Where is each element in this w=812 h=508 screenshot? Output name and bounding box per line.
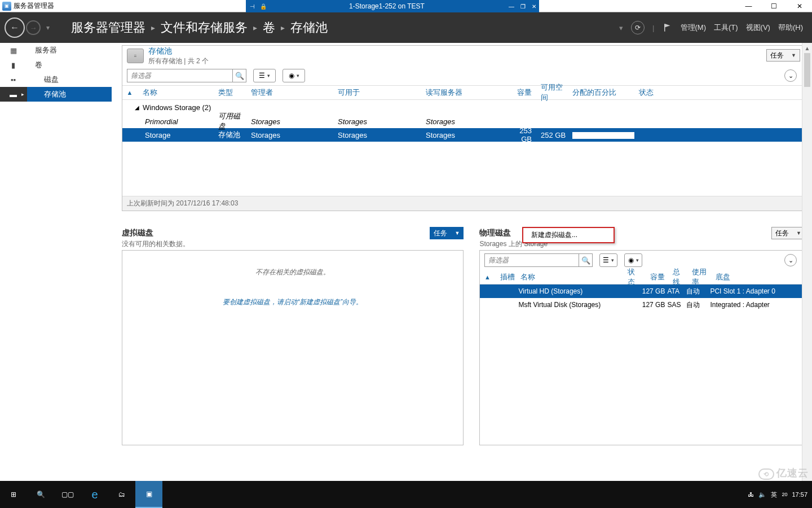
nav-bar: ← → ▾ 服务器管理器▸ 文件和存储服务▸ 卷▸ 存储池 ▾ ⟳ | 管理(M… — [0, 12, 812, 43]
col-free[interactable]: 可用空间 — [535, 82, 567, 103]
watermark: ⟲亿速云 — [758, 466, 809, 480]
pools-row-storage[interactable]: Storage 存储池 Storages Storages Storages 2… — [122, 128, 805, 142]
taskview-icon[interactable]: ▢▢ — [54, 481, 81, 508]
crumb-1[interactable]: 文件和存储服务 — [161, 19, 248, 36]
notifications-flag-icon[interactable] — [663, 23, 673, 33]
outer-max-button[interactable]: ☐ — [761, 0, 787, 12]
sidebar-item-volumes[interactable]: 卷 — [27, 58, 112, 72]
sort-icon[interactable]: ▲ — [122, 89, 137, 96]
menu-manage[interactable]: 管理(M) — [681, 23, 707, 33]
menu-new-vdisk[interactable]: 新建虚拟磁盘... — [523, 228, 614, 242]
vdisks-empty-msg2[interactable]: 要创建虚拟磁盘，请启动“新建虚拟磁盘”向导。 — [223, 297, 363, 307]
close-icon[interactable]: ✕ — [529, 1, 539, 11]
pools-group-button[interactable]: ◉ ▾ — [283, 69, 305, 82]
min-icon[interactable]: — — [506, 1, 517, 11]
pools-tasks-button[interactable]: 任务▼ — [766, 49, 800, 62]
nav-history-dropdown[interactable]: ▾ — [46, 24, 50, 32]
tray-volume-icon[interactable]: 🔈 — [758, 491, 766, 498]
pdisks-filter-box[interactable]: 🔍 — [484, 253, 593, 267]
col-type[interactable]: 类型 — [213, 87, 245, 98]
pools-footnote: 上次刷新时间为 2017/12/16 17:48:03 — [122, 196, 805, 211]
search-icon[interactable]: 🔍 — [232, 69, 246, 82]
pcol-chas[interactable]: 底盘 — [710, 272, 783, 282]
vdisks-empty-box: 不存在相关的虚拟磁盘。 要创建虚拟磁盘，请启动“新建虚拟磁盘”向导。 — [122, 250, 464, 445]
taskbar: ⊞ 🔍 ▢▢ e 🗂 ▣ 🖧 🔈 英 20 17:57 — [0, 481, 812, 508]
col-rw[interactable]: 读写服务器 — [420, 87, 508, 98]
rail-dashboard-icon[interactable]: ▦ — [0, 43, 27, 58]
vdisks-empty-msg1: 不存在相关的虚拟磁盘。 — [255, 268, 330, 277]
vdisks-title: 虚拟磁盘 — [122, 228, 464, 238]
lock-icon[interactable]: 🔒 — [258, 1, 268, 11]
refresh-icon[interactable]: ⟳ — [631, 21, 645, 34]
sidebar-item-servers[interactable]: 服务器 — [27, 43, 112, 58]
rail-local-icon[interactable]: ▮ — [0, 58, 27, 72]
outer-close-button[interactable]: ✕ — [787, 0, 812, 12]
pdisk-row-0[interactable]: Virtual HD (Storages) 127 GB ATA 自动 PCI … — [480, 284, 805, 298]
sidebar-item-pools[interactable]: 存储池 — [27, 87, 112, 102]
sidebar-item-disks[interactable]: 磁盘 — [27, 72, 112, 87]
pdisks-tasks-button[interactable]: 任务▼ — [771, 227, 805, 239]
pools-filter-box[interactable]: 🔍 — [127, 69, 246, 82]
pools-panel: ≡ 存储池 所有存储池 | 共 2 个 任务▼ 🔍 ☰ ▾ ◉ ▾ ⌄ ▲ — [122, 45, 805, 211]
taskbar-search-icon[interactable]: 🔍 — [27, 481, 54, 508]
col-avail[interactable]: 可用于 — [332, 87, 420, 98]
nav-dropdown-icon[interactable]: ▾ — [619, 24, 623, 32]
col-name[interactable]: 名称 — [137, 87, 213, 98]
pdisks-view-button[interactable]: ☰▾ — [599, 253, 617, 267]
pin-icon[interactable]: ⊣ — [247, 1, 257, 11]
content: ≡ 存储池 所有存储池 | 共 2 个 任务▼ 🔍 ☰ ▾ ◉ ▾ ⌄ ▲ — [112, 43, 812, 481]
pcol-stat[interactable]: 状态 — [622, 267, 639, 287]
outer-window-controls: — ☐ ✕ — [736, 0, 812, 12]
ime-num[interactable]: 20 — [782, 492, 787, 497]
content-scrollbar[interactable]: ▲ — [802, 43, 812, 481]
vdisks-tasks-button[interactable]: 任务▼ — [430, 227, 464, 239]
crumb-2[interactable]: 卷 — [263, 19, 275, 36]
pcol-name[interactable]: 名称 — [515, 272, 622, 282]
nav-forward-button[interactable]: → — [26, 20, 41, 35]
explorer-icon[interactable]: 🗂 — [108, 481, 135, 508]
nav-back-button[interactable]: ← — [5, 17, 25, 38]
col-cap[interactable]: 容量 — [508, 87, 535, 98]
col-stat[interactable]: 状态 — [633, 87, 678, 98]
col-mgr[interactable]: 管理者 — [245, 87, 332, 98]
pools-expand-button[interactable]: ⌄ — [784, 69, 797, 82]
pcol-bus[interactable]: 总线 — [667, 267, 686, 287]
pools-view-button[interactable]: ☰ ▾ — [253, 69, 276, 82]
restore-icon[interactable]: ❐ — [518, 1, 528, 11]
crumb-root[interactable]: 服务器管理器 — [71, 19, 145, 36]
pcol-cap[interactable]: 容量 — [639, 272, 667, 282]
ie-icon[interactable]: e — [81, 481, 108, 508]
pdisks-expand-button[interactable]: ⌄ — [784, 254, 797, 266]
col-pct[interactable]: 分配的百分比 — [567, 87, 633, 98]
pcol-slot[interactable]: 插槽 — [495, 272, 515, 282]
start-button[interactable]: ⊞ — [0, 481, 27, 508]
pools-row-primordial[interactable]: Primordial 可用磁盘 Storages Storages Storag… — [122, 115, 805, 128]
icon-rail: ▦ ▮ ▪▪ ▬▸ — [0, 43, 27, 481]
menu-help[interactable]: 帮助(H) — [778, 23, 803, 33]
pools-title: 存储池 — [148, 46, 209, 56]
menu-tools[interactable]: 工具(T) — [714, 23, 738, 33]
server-manager-taskbar-icon[interactable]: ▣ — [135, 481, 162, 508]
allocation-bar — [572, 132, 634, 139]
sidebar: 服务器 卷 磁盘 存储池 — [27, 43, 112, 481]
pools-filter-input[interactable] — [127, 72, 232, 80]
tray-network-icon[interactable]: 🖧 — [748, 491, 754, 498]
search-icon[interactable]: 🔍 — [579, 254, 592, 266]
inner-titlebar[interactable]: ⊣ 🔒 1-Storage1-252 on TEST — ❐ ✕ — [246, 0, 539, 12]
ime-indicator[interactable]: 英 — [771, 491, 777, 499]
pools-header-icon: ≡ — [127, 49, 144, 63]
sort-icon[interactable]: ▲ — [480, 274, 495, 281]
rail-storage-icon[interactable]: ▬▸ — [0, 87, 27, 102]
menu-view[interactable]: 视图(V) — [746, 23, 770, 33]
crumb-3[interactable]: 存储池 — [290, 19, 328, 36]
breadcrumb: 服务器管理器▸ 文件和存储服务▸ 卷▸ 存储池 — [71, 19, 328, 36]
vdisks-context-menu: 新建虚拟磁盘... — [522, 227, 615, 243]
pdisks-group-button[interactable]: ◉▾ — [624, 253, 642, 267]
clock[interactable]: 17:57 — [792, 491, 807, 498]
pcol-use[interactable]: 使用率 — [686, 267, 710, 287]
pdisk-row-1[interactable]: Msft Virtual Disk (Storages) 127 GB SAS … — [480, 298, 805, 312]
rail-all-icon[interactable]: ▪▪ — [0, 72, 27, 87]
inner-title: 1-Storage1-252 on TEST — [268, 2, 505, 10]
pdisks-filter-input[interactable] — [485, 256, 579, 264]
outer-min-button[interactable]: — — [736, 0, 761, 12]
